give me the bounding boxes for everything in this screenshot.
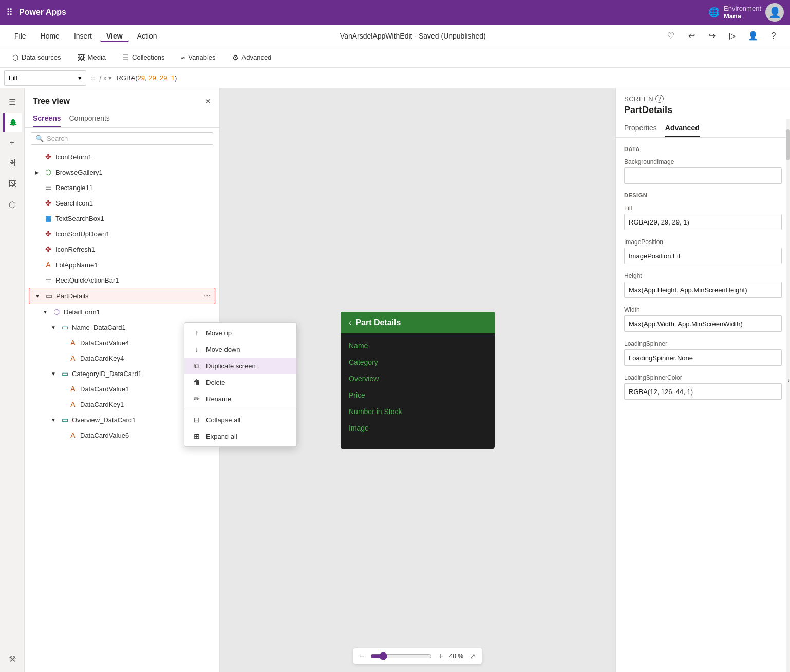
tab-components[interactable]: Components	[69, 110, 109, 127]
width-input[interactable]: Max(App.Width, App.MinScreenWidth)	[624, 315, 782, 332]
item-icon-DataCardValue1: A	[68, 384, 78, 394]
help-icon[interactable]: ?	[765, 28, 782, 44]
scrollbar-thumb[interactable]	[786, 129, 790, 160]
search-input[interactable]	[47, 135, 209, 142]
imageposition-input[interactable]: ImagePosition.Fit	[624, 248, 782, 264]
grid-icon[interactable]: ⠿	[6, 7, 13, 18]
tree-item-Rectangle11[interactable]: ▭ Rectangle11	[29, 180, 215, 195]
section-design-label: DESIGN	[624, 192, 782, 198]
item-label-IconRefresh1: IconRefresh1	[55, 246, 95, 253]
phone-title: Part Details	[355, 318, 401, 327]
formula-bar: Fill ▾ = f x ▾ RGBA(29, 29, 29, 1)	[0, 68, 790, 88]
width-group: Width Max(App.Width, App.MinScreenWidth)	[624, 306, 782, 332]
tree-item-IconRefresh1[interactable]: ✤ IconRefresh1	[29, 241, 215, 257]
menu-icon[interactable]: ☰	[3, 92, 22, 111]
dropdown-arrow: ▾	[78, 74, 82, 82]
tree-item-LblAppName1[interactable]: A LblAppName1	[29, 257, 215, 272]
tree-item-IconSortUpDown1[interactable]: ✤ IconSortUpDown1	[29, 226, 215, 241]
tree-tabs: Screens Components	[25, 110, 219, 128]
datasources-btn[interactable]: ⬡ Data sources	[8, 51, 65, 64]
more-options-btn[interactable]: ···	[204, 291, 211, 301]
collections-btn[interactable]: ☰ Collections	[118, 51, 169, 64]
ctx-expand-all[interactable]: ⊞ Expand all	[184, 428, 296, 444]
zoom-out-btn[interactable]: −	[360, 651, 364, 661]
expand-panel-btn[interactable]: ›	[787, 376, 790, 384]
delete-icon: 🗑	[193, 378, 201, 386]
menu-action[interactable]: Action	[131, 30, 163, 42]
formula-display[interactable]: RGBA(29, 29, 29, 1)	[116, 74, 786, 82]
data-icon[interactable]: 🗄	[3, 154, 22, 173]
tab-screens[interactable]: Screens	[33, 110, 61, 127]
menu-home[interactable]: Home	[34, 30, 66, 42]
diagnostics-icon[interactable]: ♡	[663, 28, 679, 44]
expand-BrowseGallery1[interactable]: ▶	[33, 168, 41, 176]
undo-icon[interactable]: ↩	[683, 28, 700, 44]
expand-CategoryID[interactable]: ▼	[49, 369, 58, 378]
treeview-icon[interactable]: 🌲	[3, 113, 22, 132]
tools-icon[interactable]: ⚒	[3, 649, 22, 668]
fx-dropdown[interactable]: ▾	[108, 74, 112, 82]
ctx-rename[interactable]: ✏ Rename	[184, 390, 296, 407]
components-icon[interactable]: ⬡	[3, 195, 22, 214]
equals-sign: =	[90, 73, 95, 83]
tree-item-BrowseGallery1[interactable]: ▶ ⬡ BrowseGallery1	[29, 164, 215, 180]
height-input[interactable]: Max(App.Height, App.MinScreenHeight)	[624, 282, 782, 298]
fill-input[interactable]: RGBA(29, 29, 29, 1)	[624, 214, 782, 230]
phone-field-image: Image	[349, 424, 486, 432]
item-label-CategoryID_DataCard1: CategoryID_DataCard1	[72, 370, 142, 378]
help-icon-screen[interactable]: ?	[655, 95, 664, 103]
tree-item-IconReturn1[interactable]: ✤ IconReturn1	[29, 149, 215, 164]
menu-view[interactable]: View	[100, 30, 129, 42]
loadingspinnercolor-group: LoadingSpinnerColor RGBA(12, 126, 44, 1)	[624, 374, 782, 400]
ctx-collapse-all[interactable]: ⊟ Collapse all	[184, 412, 296, 428]
right-content: DATA BackgroundImage DESIGN Fill RGBA(29…	[616, 138, 790, 672]
item-label-DataCardValue6: DataCardValue6	[80, 432, 129, 439]
tree-item-TextSearchBox1[interactable]: ▤ TextSearchBox1	[29, 211, 215, 226]
variables-btn[interactable]: ≈ Variables	[177, 51, 220, 64]
tab-properties[interactable]: Properties	[624, 120, 657, 137]
insert-icon[interactable]: +	[3, 134, 22, 152]
zoom-slider[interactable]	[370, 652, 432, 660]
media-icon[interactable]: 🖼	[3, 175, 22, 193]
item-icon-IconRefresh1: ✤	[43, 244, 53, 254]
scrollbar-track[interactable]	[786, 119, 790, 672]
tree-close-btn[interactable]: ✕	[205, 97, 211, 105]
expand-PartDetails[interactable]: ▼	[33, 292, 42, 300]
menu-file[interactable]: File	[8, 30, 32, 42]
media-btn[interactable]: 🖼 Media	[73, 51, 110, 64]
ctx-move-down[interactable]: ↓ Move down	[184, 341, 296, 358]
fullscreen-btn[interactable]: ⤢	[469, 652, 476, 660]
expand-Name_DataCard1[interactable]: ▼	[49, 323, 58, 331]
bg-image-input[interactable]	[624, 167, 782, 184]
loadingspinnercolor-input[interactable]: RGBA(12, 126, 44, 1)	[624, 383, 782, 400]
play-icon[interactable]: ▷	[724, 28, 741, 44]
bg-image-label: BackgroundImage	[624, 158, 782, 165]
avatar[interactable]: 👤	[765, 3, 784, 22]
item-label-TextSearchBox1: TextSearchBox1	[55, 215, 104, 222]
account-icon[interactable]: 👤	[745, 28, 761, 44]
ctx-duplicate-screen[interactable]: ⧉ Duplicate screen	[184, 358, 296, 374]
expand-DetailForm1[interactable]: ▼	[41, 308, 49, 316]
redo-icon[interactable]: ↪	[704, 28, 720, 44]
expand-placeholder	[33, 199, 41, 207]
item-icon-IconReturn1: ✤	[43, 152, 53, 162]
phone-header: ‹ Part Details	[341, 312, 495, 333]
tree-item-RectQuickActionBar1[interactable]: ▭ RectQuickActionBar1	[29, 272, 215, 288]
ctx-move-up[interactable]: ↑ Move up	[184, 325, 296, 341]
tree-search[interactable]: 🔍	[31, 132, 213, 145]
item-icon-PartDetails: ▭	[44, 291, 54, 301]
tree-item-PartDetails[interactable]: ▼ ▭ PartDetails ···	[29, 288, 215, 304]
tab-advanced[interactable]: Advanced	[665, 120, 700, 137]
tree-item-DetailForm1[interactable]: ▼ ⬡ DetailForm1	[29, 304, 215, 320]
item-icon-CategoryID_DataCard1: ▭	[60, 368, 70, 379]
section-data-label: DATA	[624, 146, 782, 152]
expand-Overview[interactable]: ▼	[49, 416, 58, 424]
advanced-btn-toolbar[interactable]: ⚙ Advanced	[228, 51, 276, 64]
ctx-delete[interactable]: 🗑 Delete	[184, 374, 296, 390]
menu-insert[interactable]: Insert	[68, 30, 98, 42]
phone-back-btn[interactable]: ‹	[349, 318, 351, 327]
loadingspinner-input[interactable]: LoadingSpinner.None	[624, 349, 782, 366]
property-select[interactable]: Fill ▾	[4, 70, 86, 86]
tree-item-SearchIcon1[interactable]: ✤ SearchIcon1	[29, 195, 215, 211]
zoom-in-btn[interactable]: +	[438, 651, 443, 661]
